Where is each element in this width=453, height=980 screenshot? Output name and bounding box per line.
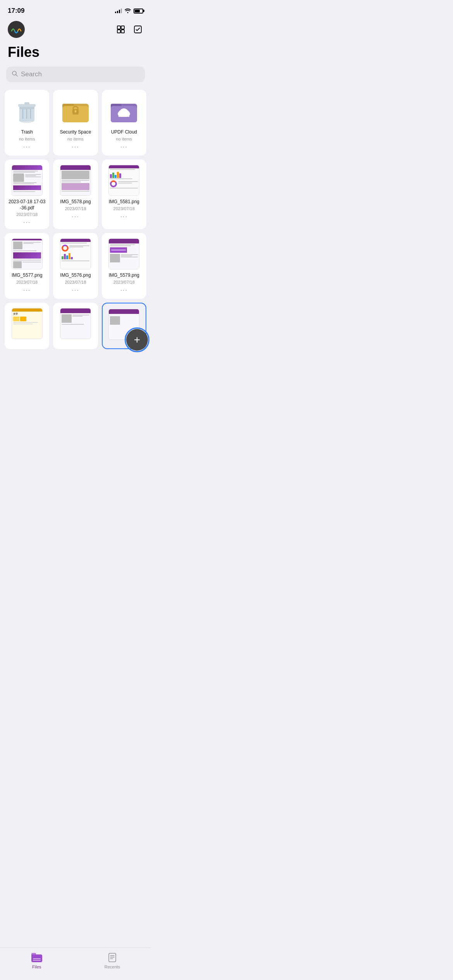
file-date-5576: 2023/07/18 xyxy=(65,280,86,284)
signal-icon xyxy=(115,9,122,13)
file-card-partial-3[interactable]: + xyxy=(102,303,146,349)
svg-line-6 xyxy=(16,75,17,76)
file-card-5577[interactable]: IMG_5577.png 2023/07/18 ··· xyxy=(5,233,49,299)
svg-rect-2 xyxy=(117,30,120,33)
folder-cloud-icon xyxy=(111,99,137,122)
battery-icon xyxy=(134,9,143,14)
svg-point-27 xyxy=(120,108,128,115)
file-card-partial-1[interactable]: 文字 xyxy=(5,303,49,349)
cloud-icon-area xyxy=(108,95,139,126)
partial1-thumbnail: 文字 xyxy=(12,308,43,339)
file-date-5579: 2023/07/18 xyxy=(113,280,135,284)
img5581-thumbnail xyxy=(108,165,139,196)
img5578-thumbnail xyxy=(60,165,91,196)
security-icon-area xyxy=(60,95,91,126)
status-icons xyxy=(115,8,143,14)
img5576-thumb-area xyxy=(60,238,91,269)
trash-icon xyxy=(14,98,39,123)
file-name-pdf: 2023-07-18 17-03-36.pdf xyxy=(8,199,46,211)
files-grid: Trash no items ··· Security Space no ite… xyxy=(0,90,151,388)
img5577-thumbnail xyxy=(12,238,43,269)
plus-icon: + xyxy=(134,334,140,345)
file-more-5581[interactable]: ··· xyxy=(120,213,128,220)
folder-subtitle-security: no items xyxy=(67,137,84,141)
svg-rect-20 xyxy=(75,111,76,113)
file-date-5577: 2023/07/18 xyxy=(16,280,38,284)
file-card-partial-2[interactable] xyxy=(53,303,98,349)
img5577-thumb-area xyxy=(12,238,43,269)
trash-icon-area xyxy=(12,95,43,126)
folder-more-security[interactable]: ··· xyxy=(72,144,79,151)
app-logo[interactable] xyxy=(8,21,25,38)
folder-card-trash[interactable]: Trash no items ··· xyxy=(5,90,49,156)
file-name-5577: IMG_5577.png xyxy=(12,272,42,279)
folder-card-security[interactable]: Security Space no items ··· xyxy=(53,90,98,156)
folder-name-cloud: UPDF Cloud xyxy=(111,129,137,135)
svg-rect-0 xyxy=(117,26,120,29)
file-name-5578: IMG_5578.png xyxy=(60,199,91,205)
folder-subtitle-trash: no items xyxy=(19,137,35,141)
img5578-thumb-area xyxy=(60,165,91,196)
fab-ring: + xyxy=(125,327,146,349)
img5576-thumbnail xyxy=(60,238,91,269)
folder-more-trash[interactable]: ··· xyxy=(23,144,31,151)
file-name-5576: IMG_5576.png xyxy=(60,272,91,279)
search-bar[interactable]: Search xyxy=(6,67,145,82)
file-card-5581[interactable]: IMG_5581.png 2023/07/18 ··· xyxy=(102,159,146,229)
file-more-5577[interactable]: ··· xyxy=(23,287,31,294)
file-name-5581: IMG_5581.png xyxy=(109,199,139,205)
file-more-pdf[interactable]: ··· xyxy=(23,219,31,226)
select-button[interactable] xyxy=(132,24,143,35)
file-date-5578: 2023/07/18 xyxy=(65,206,86,211)
file-date-5581: 2023/07/18 xyxy=(113,206,135,211)
search-placeholder: Search xyxy=(21,70,42,78)
partial2-thumb-area xyxy=(60,308,91,339)
img5579-thumbnail xyxy=(108,238,139,269)
file-card-5578[interactable]: IMG_5578.png 2023/07/18 ··· xyxy=(53,159,98,229)
svg-rect-11 xyxy=(24,102,29,105)
file-card-5576[interactable]: IMG_5576.png 2023/07/18 ··· xyxy=(53,233,98,299)
svg-rect-1 xyxy=(121,26,124,29)
folder-lock-icon xyxy=(62,99,89,122)
file-date-pdf: 2023/07/18 xyxy=(16,212,38,217)
pdf-thumb-area xyxy=(12,165,43,196)
folder-card-cloud[interactable]: UPDF Cloud no items ··· xyxy=(102,90,146,156)
folder-more-cloud[interactable]: ··· xyxy=(120,144,128,151)
folder-name-security: Security Space xyxy=(60,129,91,135)
file-name-5579: IMG_5579.png xyxy=(109,272,139,279)
pdf-thumbnail xyxy=(12,165,43,196)
file-more-5576[interactable]: ··· xyxy=(72,287,79,294)
status-bar: 17:09 xyxy=(0,0,151,19)
add-button[interactable]: + xyxy=(126,329,146,349)
file-card-pdf[interactable]: 2023-07-18 17-03-36.pdf 2023/07/18 ··· xyxy=(5,159,49,229)
svg-rect-28 xyxy=(118,114,129,117)
wifi-icon xyxy=(124,8,131,14)
folder-subtitle-cloud: no items xyxy=(116,137,132,141)
img5579-thumb-area xyxy=(108,238,139,269)
header-actions xyxy=(115,24,143,35)
search-icon xyxy=(12,70,18,78)
page-title: Files xyxy=(0,41,151,67)
partial1-thumb-area: 文字 xyxy=(12,308,43,339)
file-more-5578[interactable]: ··· xyxy=(72,213,79,220)
fab-placeholder: + xyxy=(102,303,146,349)
file-card-5579[interactable]: IMG_5579.png 2023/07/18 ··· xyxy=(102,233,146,299)
partial2-thumbnail xyxy=(60,308,91,339)
svg-rect-3 xyxy=(121,30,124,33)
img5581-thumb-area xyxy=(108,165,139,196)
app-header xyxy=(0,19,151,41)
folder-name-trash: Trash xyxy=(21,129,33,135)
file-more-5579[interactable]: ··· xyxy=(120,287,128,294)
status-time: 17:09 xyxy=(8,7,24,15)
grid-view-button[interactable] xyxy=(115,24,126,35)
search-container: Search xyxy=(0,67,151,90)
